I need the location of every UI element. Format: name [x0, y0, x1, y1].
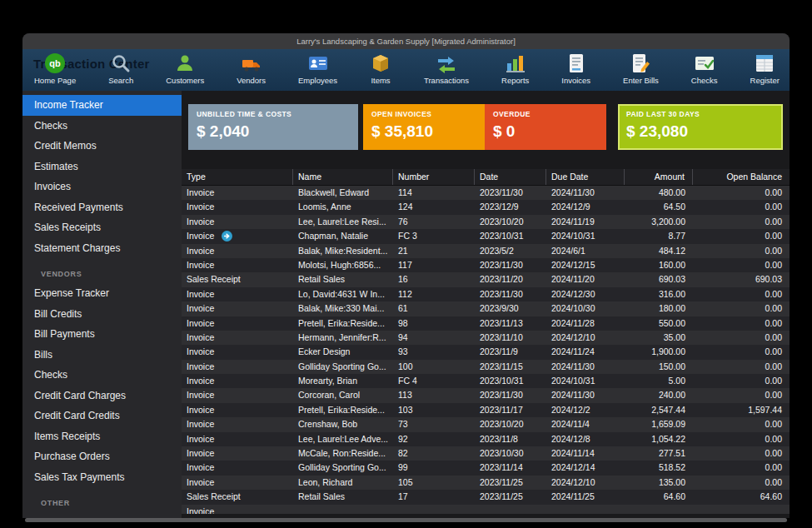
open-row-arrow-icon[interactable]	[222, 231, 232, 242]
sidebar-item-checks[interactable]: Checks	[22, 365, 182, 386]
toolbar-customers-button[interactable]: Customers	[166, 52, 204, 85]
toolbar-employees-button[interactable]: Employees	[298, 52, 337, 85]
sidebar-item-bill-credits[interactable]: Bill Credits	[22, 304, 182, 325]
cell-type: Invoice	[182, 215, 293, 229]
cell-open-balance: 690.03	[693, 272, 790, 286]
sidebar-item-estimates[interactable]: Estimates	[22, 157, 182, 177]
sidebar-item-credit-memos[interactable]: Credit Memos	[22, 136, 182, 157]
toolbar-search-button[interactable]: Search	[108, 52, 133, 85]
column-header-name[interactable]: Name	[293, 169, 393, 185]
table-row[interactable]: InvoiceLo, David:4631 W In...1122023/11/…	[182, 287, 790, 301]
summary-tile-overdue[interactable]: OVERDUE$ 0	[485, 104, 606, 150]
window-titlebar[interactable]: Larry's Landscaping & Garden Supply [Mig…	[22, 33, 790, 49]
toolbar-items-button[interactable]: Items	[370, 52, 391, 85]
cell-date: 2023/11/30	[475, 388, 546, 402]
toolbar-transactions-button[interactable]: Transactions	[424, 52, 469, 85]
cell-due-date: 2024/11/20	[546, 272, 625, 286]
cell-date: 2023/5/2	[475, 244, 546, 258]
cell-due-date	[546, 505, 625, 514]
transactions-icon	[436, 52, 457, 74]
cell-amount: 484.12	[625, 244, 693, 258]
summary-tile-unbilled-time-costs[interactable]: UNBILLED TIME & COSTS$ 2,040	[188, 104, 358, 150]
sidebar-item-checks[interactable]: Checks	[22, 116, 182, 137]
cell-date: 2023/12/9	[475, 200, 546, 214]
table-row[interactable]: InvoiceGolliday Sporting Go...1002023/11…	[182, 360, 790, 374]
cell-amount: 135.00	[625, 476, 693, 490]
table-row[interactable]: Invoice	[182, 505, 790, 514]
column-header-date[interactable]: Date	[475, 169, 546, 185]
cell-name: Blackwell, Edward	[293, 186, 393, 200]
table-row[interactable]: InvoiceLee, Laurel:Lee Resi...762023/10/…	[182, 215, 790, 229]
sidebar-item-income-tracker[interactable]: Income Tracker	[22, 95, 182, 116]
sidebar-item-expense-tracker[interactable]: Expense Tracker	[22, 283, 182, 304]
tile-value: $ 23,080	[626, 122, 775, 141]
column-header-due-date[interactable]: Due Date	[546, 169, 625, 185]
cell-type: Sales Receipt	[182, 272, 293, 286]
invoices-icon	[565, 52, 587, 74]
cell-type: Invoice	[182, 301, 293, 316]
cell-number: 93	[393, 345, 475, 359]
table-row[interactable]: InvoiceGolliday Sporting Go...992023/11/…	[182, 461, 790, 475]
sidebar-item-credit-card-credits[interactable]: Credit Card Credits	[22, 406, 182, 426]
table-row[interactable]: Sales ReceiptRetail Sales162023/11/20202…	[182, 272, 790, 286]
sidebar-item-received-payments[interactable]: Received Payments	[22, 197, 182, 218]
table-row[interactable]: InvoiceLee, Laurel:Lee Adve...922023/11/…	[182, 432, 790, 446]
summary-tile-paid-last-30-days[interactable]: PAID LAST 30 DAYS$ 23,080	[618, 104, 783, 150]
table-row[interactable]: InvoiceHermann, Jennifer:R...942023/11/1…	[182, 331, 790, 345]
toolbar-checks-button[interactable]: Checks	[691, 52, 718, 85]
table-row[interactable]: InvoiceCrenshaw, Bob732023/10/202024/11/…	[182, 417, 790, 431]
toolbar-label: Vendors	[237, 76, 266, 85]
sidebar-item-items-receipts[interactable]: Items Receipts	[22, 426, 182, 447]
cell-amount: 690.03	[625, 272, 693, 286]
toolbar-enter-bills-button[interactable]: Enter Bills	[623, 52, 659, 85]
sidebar-item-sales-receipts[interactable]: Sales Receipts	[22, 217, 182, 238]
cell-due-date: 2024/11/30	[546, 186, 625, 200]
sidebar-item-statement-charges[interactable]: Statement Charges	[22, 238, 182, 259]
cell-number: 73	[393, 417, 475, 431]
column-header-amount[interactable]: Amount	[625, 169, 693, 185]
sidebar-item-bills[interactable]: Bills	[22, 345, 182, 366]
table-row[interactable]: InvoiceBalak, Mike:Resident...212023/5/2…	[182, 244, 790, 258]
table-body: InvoiceBlackwell, Edward1142023/11/30202…	[182, 186, 790, 514]
sidebar-item-credit-card-charges[interactable]: Credit Card Charges	[22, 386, 182, 406]
summary-tile-open-invoices[interactable]: OPEN INVOICES$ 35,810	[363, 104, 485, 150]
column-header-number[interactable]: Number	[393, 169, 475, 185]
table-row[interactable]: InvoiceMcCale, Ron:Reside...822023/10/30…	[182, 446, 790, 461]
table-row[interactable]: InvoiceLeon, Richard1052023/11/252024/12…	[182, 476, 790, 490]
cell-date: 2023/11/20	[475, 272, 546, 286]
toolbar-label: Search	[108, 76, 133, 85]
table-row[interactable]: InvoiceMolotsi, Hugh:6856...1172023/11/3…	[182, 258, 790, 272]
cell-open-balance: 0.00	[693, 287, 790, 301]
cell-type: Invoice	[182, 417, 293, 431]
column-header-open-balance[interactable]: Open Balance	[693, 169, 790, 185]
table-row[interactable]: InvoicePretell, Erika:Reside...982023/11…	[182, 316, 790, 331]
table-row[interactable]: InvoiceChapman, NatalieFC 32023/10/31202…	[182, 229, 790, 243]
toolbar-vendors-button[interactable]: Vendors	[237, 52, 266, 85]
table-row[interactable]: InvoiceBlackwell, Edward1142023/11/30202…	[182, 186, 790, 200]
column-header-type[interactable]: Type	[182, 169, 293, 185]
tile-value: $ 35,810	[371, 122, 476, 141]
cell-open-balance: 0.00	[693, 186, 790, 200]
cell-due-date: 2024/11/28	[546, 316, 625, 331]
cell-date: 2023/11/30	[475, 258, 546, 272]
table-row[interactable]: InvoicePretell, Erika:Reside...1032023/1…	[182, 403, 790, 417]
sidebar-item-invoices[interactable]: Invoices	[22, 177, 182, 197]
sidebar-item-bill-payments[interactable]: Bill Payments	[22, 324, 182, 345]
table-row[interactable]: Sales ReceiptRetail Sales172023/11/25202…	[182, 490, 790, 504]
table-row[interactable]: InvoiceEcker Design932023/11/92024/11/24…	[182, 345, 790, 359]
toolbar-home-page-button[interactable]: qbHome Page	[34, 52, 76, 85]
table-row[interactable]: InvoiceLoomis, Anne1242023/12/92024/12/9…	[182, 200, 790, 214]
table-row[interactable]: InvoiceMorearty, BrianFC 42023/10/312024…	[182, 374, 790, 388]
toolbar-reports-button[interactable]: Reports	[501, 52, 529, 85]
sidebar-item-purchase-orders[interactable]: Purchase Orders	[22, 446, 182, 467]
cell-name: Hermann, Jennifer:R...	[293, 331, 393, 345]
toolbar-invoices-button[interactable]: Invoices	[561, 52, 590, 85]
cell-amount: 64.60	[625, 490, 693, 504]
table-row[interactable]: InvoiceBalak, Mike:330 Mai...612023/9/30…	[182, 301, 790, 316]
table-row[interactable]: InvoiceCorcoran, Carol1132023/11/302024/…	[182, 388, 790, 402]
cell-name: Lee, Laurel:Lee Adve...	[293, 432, 393, 446]
tile-label: PAID LAST 30 DAYS	[626, 110, 775, 118]
cell-due-date: 2024/10/31	[546, 229, 625, 243]
toolbar-register-button[interactable]: Register	[750, 52, 780, 85]
sidebar-item-sales-tax-payments[interactable]: Sales Tax Payments	[22, 467, 182, 488]
